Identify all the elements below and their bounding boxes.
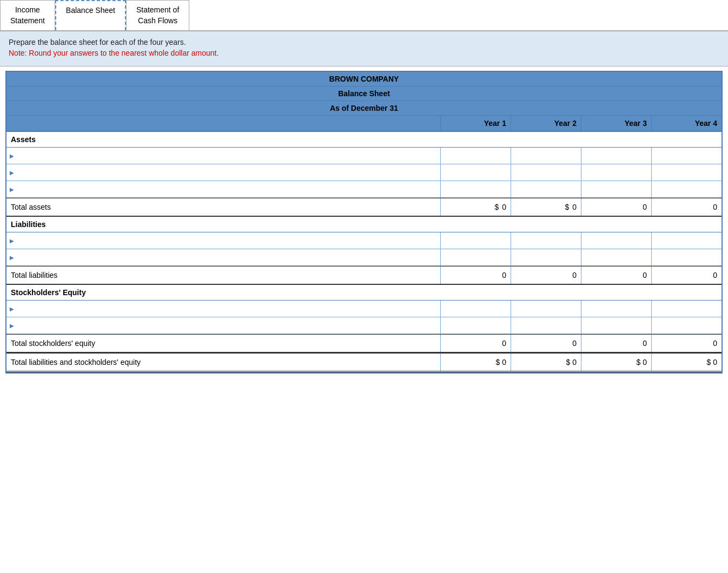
asset-row-3-y4[interactable] — [651, 181, 722, 197]
tab-balance-sheet[interactable]: Balance Sheet — [55, 0, 126, 30]
equity-row-1-y2[interactable] — [511, 301, 581, 317]
equity-row-2-label-cell[interactable] — [6, 317, 440, 334]
asset-row-1-label-input[interactable] — [16, 152, 437, 160]
asset-row-3-y1-input[interactable] — [444, 185, 507, 194]
equity-row-2-label-input[interactable] — [16, 322, 437, 330]
asset-row-1-y2-input[interactable] — [514, 152, 578, 160]
asset-row-2-y4[interactable] — [651, 164, 722, 181]
balance-sheet-table: BROWN COMPANY Balance Sheet As of Decemb… — [5, 71, 723, 374]
equity-row-1-y2-input[interactable] — [514, 305, 578, 313]
tab-cash-flows-label: Statement ofCash Flows — [136, 5, 179, 25]
asset-row-3-y2[interactable] — [511, 181, 581, 197]
total-assets-y1-dollar: $ — [494, 203, 499, 211]
asset-row-2-y1-input[interactable] — [444, 169, 507, 177]
equity-row-2-y1-input[interactable] — [444, 322, 507, 330]
assets-section-header: Assets — [6, 132, 722, 148]
liability-row-1-y1-input[interactable] — [444, 237, 507, 245]
instructions-line1: Prepare the balance sheet for each of th… — [9, 38, 719, 46]
asset-row-2-y3[interactable] — [581, 164, 651, 181]
col-year4: Year 4 — [651, 116, 722, 131]
asset-row-2-y2-input[interactable] — [514, 169, 578, 177]
final-total-y4-val: 0 — [713, 358, 717, 367]
equity-row-1-y1[interactable] — [440, 301, 511, 317]
asset-row-1-y2[interactable] — [511, 148, 581, 164]
final-total-row: Total liabilities and stockholders' equi… — [6, 353, 722, 372]
total-assets-y1: $ 0 — [440, 198, 511, 216]
liability-row-2-y4-input[interactable] — [655, 254, 718, 262]
asset-row-3-y1[interactable] — [440, 181, 511, 197]
asset-row-1-y1-input[interactable] — [444, 152, 507, 160]
equity-row-2-y1[interactable] — [440, 317, 511, 334]
asset-row-3 — [6, 181, 722, 198]
equity-row-1-label-input[interactable] — [16, 305, 437, 313]
equity-row-2-y2-input[interactable] — [514, 322, 578, 330]
equity-row-1-y3-input[interactable] — [585, 305, 648, 313]
asset-row-1-y1[interactable] — [440, 148, 511, 164]
asset-row-2-y1[interactable] — [440, 164, 511, 181]
asset-row-2-y3-input[interactable] — [585, 169, 648, 177]
liability-row-2-label-input[interactable] — [16, 254, 437, 262]
equity-row-2-y3[interactable] — [581, 317, 651, 334]
total-liabilities-y3: 0 — [581, 266, 651, 284]
liability-row-2-y3-input[interactable] — [585, 254, 648, 262]
total-assets-y1-val: 0 — [502, 203, 506, 211]
equity-row-2-y3-input[interactable] — [585, 322, 648, 330]
asset-row-3-y3-input[interactable] — [585, 185, 648, 194]
total-assets-y2-dollar: $ — [565, 203, 569, 211]
liability-row-1-y2-input[interactable] — [514, 237, 578, 245]
col-year1: Year 1 — [440, 116, 511, 131]
equity-row-1-y1-input[interactable] — [444, 305, 507, 313]
liability-row-1-y4-input[interactable] — [655, 237, 718, 245]
liability-row-1-label-cell[interactable] — [6, 232, 440, 249]
asset-row-2-label-cell[interactable] — [6, 164, 440, 181]
equity-row-1-label-cell[interactable] — [6, 301, 440, 317]
liability-row-2-y1[interactable] — [440, 249, 511, 265]
liability-row-2-y4[interactable] — [651, 249, 722, 265]
instructions-note: Note: Round your answers to the nearest … — [9, 49, 719, 57]
asset-row-3-y2-input[interactable] — [514, 185, 578, 194]
equity-row-2-y4[interactable] — [651, 317, 722, 334]
total-liabilities-label: Total liabilities — [6, 266, 440, 284]
total-assets-y2-val: 0 — [572, 203, 577, 211]
final-total-y1: $ 0 — [440, 354, 511, 371]
equity-row-1-y4[interactable] — [651, 301, 722, 317]
equity-row-1-y4-input[interactable] — [655, 305, 718, 313]
liability-row-2-y2[interactable] — [511, 249, 581, 265]
equity-row-1-y3[interactable] — [581, 301, 651, 317]
equity-row-2-y2[interactable] — [511, 317, 581, 334]
asset-row-1-y4[interactable] — [651, 148, 722, 164]
asset-row-3-y4-input[interactable] — [655, 185, 718, 194]
asset-row-1-y4-input[interactable] — [655, 152, 718, 160]
tab-cash-flows[interactable]: Statement ofCash Flows — [126, 0, 189, 30]
liability-row-1-y1[interactable] — [440, 232, 511, 249]
asset-row-1-y3-input[interactable] — [585, 152, 648, 160]
tab-income-statement[interactable]: IncomeStatement — [0, 0, 55, 30]
asset-row-1-label-cell[interactable] — [6, 148, 440, 164]
total-liabilities-y1-val: 0 — [502, 271, 506, 279]
asset-row-2-label-input[interactable] — [16, 169, 437, 177]
liability-row-1-label-input[interactable] — [16, 237, 437, 245]
total-assets-y3: 0 — [581, 198, 651, 216]
total-equity-y4: 0 — [651, 335, 722, 352]
liability-row-2-label-cell[interactable] — [6, 249, 440, 265]
total-liabilities-y2-val: 0 — [572, 271, 577, 279]
final-total-y2-dollar: $ — [566, 358, 570, 367]
total-liabilities-y1: 0 — [440, 266, 511, 284]
final-total-y2: $ 0 — [511, 354, 581, 371]
equity-section-header: Stockholders' Equity — [6, 285, 722, 301]
equity-row-2-y4-input[interactable] — [655, 322, 718, 330]
total-equity-y2: 0 — [511, 335, 581, 352]
liability-row-1-y3-input[interactable] — [585, 237, 648, 245]
asset-row-2-y4-input[interactable] — [655, 169, 718, 177]
asset-row-2-y2[interactable] — [511, 164, 581, 181]
asset-row-1-y3[interactable] — [581, 148, 651, 164]
liability-row-2-y1-input[interactable] — [444, 254, 507, 262]
liability-row-2-y2-input[interactable] — [514, 254, 578, 262]
asset-row-3-label-input[interactable] — [16, 185, 437, 194]
liability-row-1-y2[interactable] — [511, 232, 581, 249]
liability-row-2-y3[interactable] — [581, 249, 651, 265]
asset-row-3-label-cell[interactable] — [6, 181, 440, 197]
liability-row-1-y4[interactable] — [651, 232, 722, 249]
liability-row-1-y3[interactable] — [581, 232, 651, 249]
asset-row-3-y3[interactable] — [581, 181, 651, 197]
